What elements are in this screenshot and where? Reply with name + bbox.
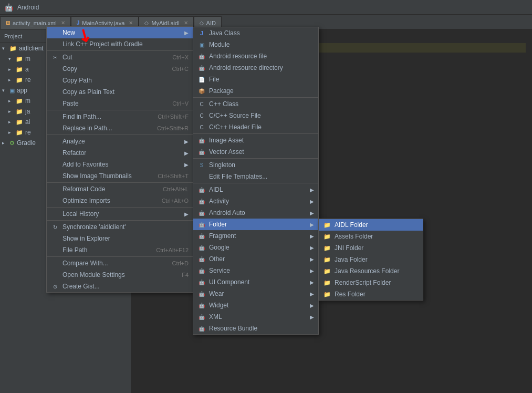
submenu1-package[interactable]: 📦 Package bbox=[193, 85, 318, 97]
submenu1-vector-asset[interactable]: 🤖 Vector Asset bbox=[193, 146, 318, 158]
submenu2-renderscript-folder[interactable]: 📁 RenderScript Folder bbox=[319, 277, 423, 288]
ctx-item-optimize[interactable]: Optimize Imports Ctrl+Alt+O bbox=[47, 195, 193, 206]
submenu1-activity[interactable]: 🤖 Activity ▶ bbox=[193, 195, 318, 207]
submenu1-android-resource-file[interactable]: 🤖 Android resource file bbox=[193, 50, 318, 62]
ctx-label-compare-with: Compare With... bbox=[62, 260, 169, 267]
find-path-icon bbox=[51, 112, 59, 121]
submenu1-resource-bundle[interactable]: 🤖 Resource Bundle bbox=[193, 323, 318, 334]
ctx-arrow-google: ▶ bbox=[310, 245, 314, 251]
tree-label-re1: re bbox=[25, 76, 31, 84]
ctx-arrow-ui-component: ▶ bbox=[310, 280, 314, 285]
resource-bundle-icon: 🤖 bbox=[197, 324, 206, 333]
submenu1-cpp-class[interactable]: C C++ Class bbox=[193, 98, 318, 110]
tab-label-activity-main: activity_main.xml bbox=[13, 20, 57, 26]
submenu1-label-android-res-dir: Android resource directory bbox=[209, 64, 314, 71]
ctx-item-copy-plain[interactable]: Copy as Plain Text bbox=[47, 86, 193, 98]
submenu1-edit-templates[interactable]: Edit File Templates... bbox=[193, 171, 318, 182]
context-menu[interactable]: New ▶ Link C++ Project with Gradle ✂ Cut… bbox=[46, 26, 193, 293]
ctx-item-show-explorer[interactable]: Show in Explorer bbox=[47, 233, 193, 244]
submenu2-jni-folder[interactable]: 📁 JNI Folder bbox=[319, 242, 423, 254]
submenu-folder[interactable]: 📁 AIDL Folder 📁 Assets Folder 📁 JNI Fold… bbox=[318, 219, 423, 301]
submenu-new[interactable]: J Java Class ▣ Module 🤖 Android resource… bbox=[193, 27, 319, 335]
submenu1-folder[interactable]: 🤖 Folder ▶ 📁 AIDL Folder 📁 Assets Folder… bbox=[193, 219, 318, 230]
ctx-label-analyze: Analyze bbox=[62, 138, 179, 145]
submenu1-fragment[interactable]: 🤖 Fragment ▶ bbox=[193, 230, 318, 242]
submenu1-singleton[interactable]: S Singleton bbox=[193, 159, 318, 171]
submenu1-widget[interactable]: 🤖 Widget ▶ bbox=[193, 299, 318, 311]
tab-close-mainactivity[interactable]: ✕ bbox=[129, 20, 133, 26]
ctx-shortcut-reformat: Ctrl+Alt+L bbox=[163, 186, 189, 192]
ctx-item-paste[interactable]: Paste Ctrl+V bbox=[47, 98, 193, 109]
submenu1-label-activity: Activity bbox=[209, 198, 305, 205]
google-icon: 🤖 bbox=[197, 243, 206, 252]
submenu1-google[interactable]: 🤖 Google ▶ bbox=[193, 242, 318, 253]
submenu1-xml[interactable]: 🤖 XML ▶ bbox=[193, 311, 318, 323]
submenu1-java-class[interactable]: J Java Class bbox=[193, 27, 318, 39]
submenu2-aidl-folder[interactable]: 📁 AIDL Folder bbox=[319, 219, 423, 231]
ctx-item-local-history[interactable]: Local History ▶ bbox=[47, 208, 193, 220]
module-icon-app: ▣ bbox=[9, 87, 15, 94]
show-explorer-icon bbox=[51, 234, 59, 243]
submenu1-other[interactable]: 🤖 Other ▶ bbox=[193, 253, 318, 265]
ctx-item-cut[interactable]: ✂ Cut Ctrl+X bbox=[47, 51, 193, 63]
ctx-item-analyze[interactable]: Analyze ▶ bbox=[47, 136, 193, 147]
submenu1-android-resource-dir[interactable]: 🤖 Android resource directory bbox=[193, 62, 318, 74]
ctx-item-find-path[interactable]: Find in Path... Ctrl+Shift+F bbox=[47, 111, 193, 122]
ctx-item-add-favorites[interactable]: Add to Favorites ▶ bbox=[47, 159, 193, 170]
ctx-item-create-gist[interactable]: ⊙ Create Gist... bbox=[47, 281, 193, 292]
submenu1-service[interactable]: 🤖 Service ▶ bbox=[193, 265, 318, 276]
submenu1-ui-component[interactable]: 🤖 UI Component ▶ bbox=[193, 276, 318, 288]
tree-label-m2: m bbox=[25, 97, 30, 105]
submenu2-label-res-folder: Res Folder bbox=[335, 291, 419, 298]
cpp-source-icon: C bbox=[197, 111, 206, 120]
vector-asset-icon: 🤖 bbox=[197, 148, 206, 156]
submenu1-module[interactable]: ▣ Module bbox=[193, 39, 318, 50]
submenu1-label-resource-bundle: Resource Bundle bbox=[209, 325, 314, 332]
ctx-item-compare-with[interactable]: Compare With... Ctrl+D bbox=[47, 257, 193, 269]
submenu1-wear[interactable]: 🤖 Wear ▶ bbox=[193, 288, 318, 299]
file-path-icon bbox=[51, 246, 59, 254]
cut-icon: ✂ bbox=[51, 53, 59, 61]
add-favorites-icon bbox=[51, 160, 59, 169]
submenu1-label-java-class: Java Class bbox=[209, 29, 314, 37]
submenu1-label-wear: Wear bbox=[209, 290, 305, 297]
ctx-item-reformat[interactable]: Reformat Code Ctrl+Alt+L bbox=[47, 183, 193, 195]
tab-close-myaidl[interactable]: ✕ bbox=[184, 20, 188, 26]
ctx-item-link-cpp[interactable]: Link C++ Project with Gradle bbox=[47, 38, 193, 50]
ctx-item-copy[interactable]: Copy Ctrl+C bbox=[47, 63, 193, 75]
ctx-item-refactor[interactable]: Refactor ▶ bbox=[47, 147, 193, 159]
tree-arrow-ja: ▸ bbox=[8, 109, 15, 114]
copy-icon bbox=[51, 65, 59, 73]
submenu1-cpp-header[interactable]: C C/C++ Header File bbox=[193, 121, 318, 133]
submenu1-file[interactable]: 📄 File bbox=[193, 74, 318, 85]
ctx-item-show-thumbnails[interactable]: Show Image Thumbnails Ctrl+Shift+T bbox=[47, 170, 193, 182]
submenu1-label-aidl: AIDL bbox=[209, 186, 305, 193]
reformat-icon bbox=[51, 185, 59, 193]
ctx-item-replace-path[interactable]: Replace in Path... Ctrl+Shift+R bbox=[47, 122, 193, 134]
folder-icon-m1: 📁 bbox=[16, 56, 23, 63]
tab-close-activity-main[interactable]: ✕ bbox=[61, 20, 65, 26]
submenu2-java-folder[interactable]: 📁 Java Folder bbox=[319, 254, 423, 265]
submenu1-android-auto[interactable]: 🤖 Android Auto ▶ bbox=[193, 207, 318, 219]
submenu1-label-cpp-source: C/C++ Source File bbox=[209, 112, 314, 119]
ctx-item-copy-path[interactable]: Copy Path bbox=[47, 75, 193, 86]
ctx-item-new[interactable]: New ▶ bbox=[47, 27, 193, 38]
submenu2-label-jni-folder: JNI Folder bbox=[335, 244, 419, 252]
link-cpp-icon bbox=[51, 40, 59, 48]
aidl-folder-icon: 📁 bbox=[323, 221, 331, 229]
submenu1-label-other: Other bbox=[209, 255, 305, 263]
submenu1-cpp-source[interactable]: C C/C++ Source File bbox=[193, 110, 318, 121]
submenu2-res-folder[interactable]: 📁 Res Folder bbox=[319, 288, 423, 300]
submenu1-aidl[interactable]: 🤖 AIDL ▶ bbox=[193, 184, 318, 195]
ctx-item-file-path[interactable]: File Path Ctrl+Alt+F12 bbox=[47, 244, 193, 256]
ctx-item-sync[interactable]: ↻ Synchronize 'aidlclient' bbox=[47, 221, 193, 233]
module-icon-sm: ▣ bbox=[197, 40, 206, 49]
tree-label-a1: a bbox=[25, 66, 29, 73]
submenu2-label-aidl-folder: AIDL Folder bbox=[335, 221, 419, 229]
ctx-item-open-module[interactable]: Open Module Settings F4 bbox=[47, 269, 193, 281]
submenu2-assets-folder[interactable]: 📁 Assets Folder bbox=[319, 231, 423, 242]
submenu1-image-asset[interactable]: 🤖 Image Asset bbox=[193, 135, 318, 146]
submenu2-java-resources-folder[interactable]: 📁 Java Resources Folder bbox=[319, 265, 423, 277]
submenu1-label-folder: Folder bbox=[209, 221, 305, 228]
service-icon: 🤖 bbox=[197, 266, 206, 275]
